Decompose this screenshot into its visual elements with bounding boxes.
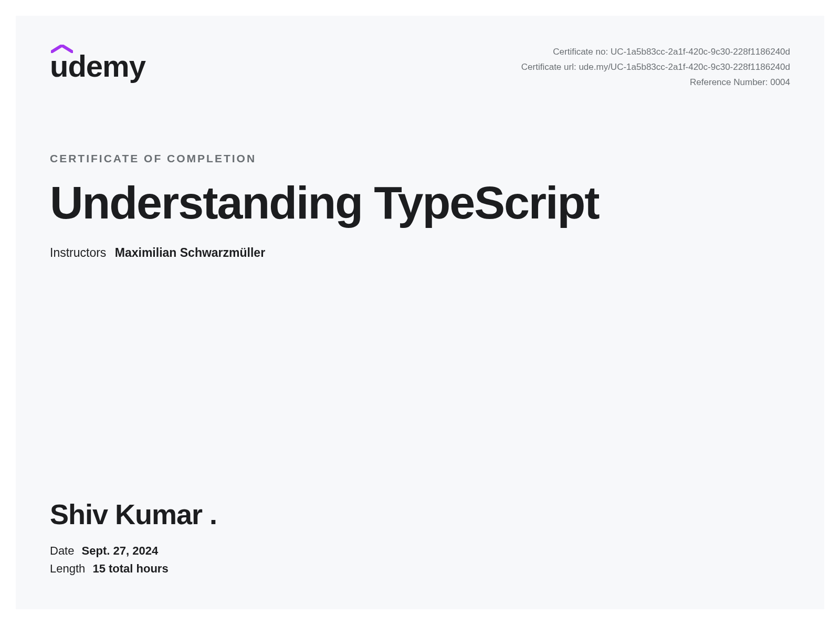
length-value: 15 total hours [92, 562, 168, 575]
reference-number: Reference Number: 0004 [521, 75, 790, 90]
certificate-body-bottom: Shiv Kumar . Date Sept. 27, 2024 Length … [50, 498, 790, 580]
recipient-name: Shiv Kumar . [50, 498, 790, 530]
certificate-meta: Certificate no: UC-1a5b83cc-2a1f-420c-9c… [521, 45, 790, 90]
certificate-url: Certificate url: ude.my/UC-1a5b83cc-2a1f… [521, 60, 790, 75]
length-label: Length [50, 562, 85, 575]
certificate-number-label: Certificate no: [553, 47, 611, 57]
instructors-value: Maximilian Schwarzmüller [115, 246, 265, 259]
date-label: Date [50, 544, 74, 557]
course-title: Understanding TypeScript [50, 179, 790, 227]
udemy-logo-text: udemy [50, 51, 145, 81]
certificate-header: udemy Certificate no: UC-1a5b83cc-2a1f-4… [50, 45, 790, 90]
certificate-number-value: UC-1a5b83cc-2a1f-420c-9c30-228f1186240d [611, 47, 790, 57]
date-value: Sept. 27, 2024 [82, 544, 159, 557]
certificate-container: udemy Certificate no: UC-1a5b83cc-2a1f-4… [16, 16, 824, 609]
certificate-heading: Certificate of Completion [50, 152, 790, 165]
completion-date: Date Sept. 27, 2024 [50, 542, 790, 560]
instructors-label: Instructors [50, 246, 106, 259]
certificate-url-label: Certificate url: [521, 62, 579, 72]
certificate-body-top: Certificate of Completion Understanding … [50, 152, 790, 260]
reference-number-label: Reference Number: [690, 77, 770, 87]
reference-number-value: 0004 [770, 77, 790, 87]
certificate-number: Certificate no: UC-1a5b83cc-2a1f-420c-9c… [521, 45, 790, 60]
certificate-url-value: ude.my/UC-1a5b83cc-2a1f-420c-9c30-228f11… [579, 62, 790, 72]
instructors-line: Instructors Maximilian Schwarzmüller [50, 246, 790, 260]
course-length: Length 15 total hours [50, 560, 790, 578]
udemy-logo: udemy [50, 45, 145, 81]
